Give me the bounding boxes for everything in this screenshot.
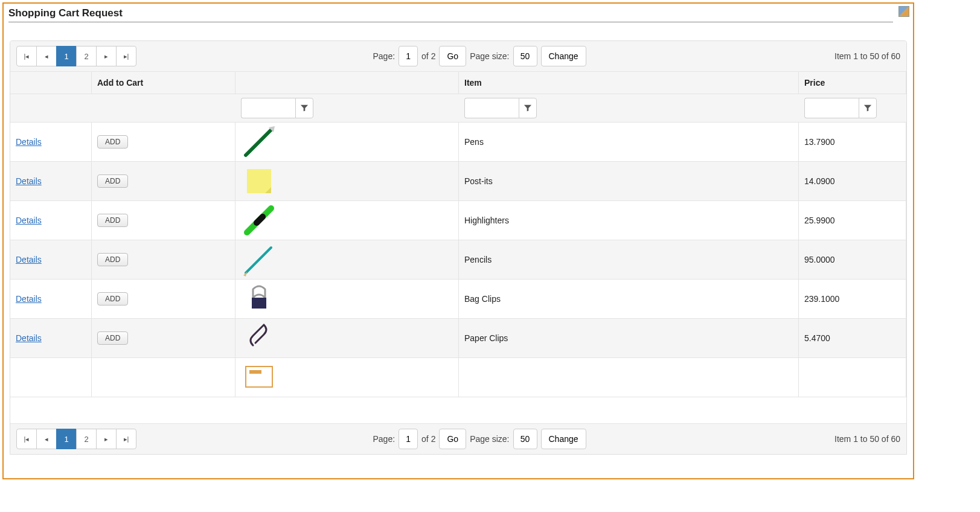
pager-prev-button[interactable]: ◂ xyxy=(36,46,57,66)
go-button[interactable]: Go xyxy=(439,46,466,66)
page-input[interactable] xyxy=(399,429,418,449)
of-label: of 2 xyxy=(421,51,435,61)
add-button[interactable]: ADD xyxy=(97,253,128,266)
filter-item-input[interactable] xyxy=(464,98,519,118)
pager-nav: |◂ ◂ 1 2 ▸ ▸| xyxy=(16,46,136,66)
add-button[interactable]: ADD xyxy=(97,292,128,306)
details-link[interactable]: Details xyxy=(16,294,42,304)
copy-icon[interactable] xyxy=(898,6,909,17)
pager-page-2-button[interactable]: 2 xyxy=(76,429,97,449)
add-button[interactable]: ADD xyxy=(97,135,128,149)
filter-price-input[interactable] xyxy=(804,98,859,118)
funnel-icon xyxy=(863,104,872,112)
product-image-postit-icon xyxy=(241,163,277,199)
filter-price-button[interactable] xyxy=(859,98,877,118)
filter-image-input[interactable] xyxy=(241,98,295,118)
svg-line-6 xyxy=(246,248,271,273)
column-headers: Add to Cart Item Price xyxy=(10,72,906,94)
product-image-highlighter-icon xyxy=(241,202,277,238)
add-button[interactable]: ADD xyxy=(97,174,128,188)
item-price: 25.9900 xyxy=(804,216,835,225)
table-row: DetailsADDPens13.7900 xyxy=(10,123,906,162)
item-price: 14.0900 xyxy=(804,176,835,186)
header-item[interactable]: Item xyxy=(459,72,799,94)
pager-first-button[interactable]: |◂ xyxy=(16,46,37,66)
title-divider xyxy=(8,22,893,22)
product-image-bagclip-icon xyxy=(241,281,277,317)
product-image-paperclip-icon xyxy=(241,320,277,356)
details-link[interactable]: Details xyxy=(16,176,42,186)
item-name: Highlighters xyxy=(464,216,509,225)
page-label: Page: xyxy=(373,51,395,61)
pager-next-button[interactable]: ▸ xyxy=(96,46,117,66)
of-label: of 2 xyxy=(421,434,435,444)
go-button[interactable]: Go xyxy=(439,429,466,449)
pager-page-1-button[interactable]: 1 xyxy=(56,46,77,66)
change-button[interactable]: Change xyxy=(541,429,586,449)
svg-line-0 xyxy=(246,130,271,155)
pager-last-button[interactable]: ▸| xyxy=(116,46,136,66)
svg-rect-2 xyxy=(247,169,271,193)
item-name: Post-its xyxy=(464,176,493,186)
pagesize-label: Page size: xyxy=(470,51,509,61)
header-price[interactable]: Price xyxy=(799,72,906,94)
pagesize-input[interactable] xyxy=(513,46,537,66)
range-text: Item 1 to 50 of 60 xyxy=(822,434,900,444)
table-row: DetailsADDBag Clips239.1000 xyxy=(10,280,906,319)
add-button[interactable]: ADD xyxy=(97,214,128,227)
product-image-pencil-icon xyxy=(241,242,277,278)
filter-image-button[interactable] xyxy=(295,98,313,118)
pager-page-2-button[interactable]: 2 xyxy=(76,46,97,66)
item-name: Paper Clips xyxy=(464,333,508,343)
filter-item-button[interactable] xyxy=(519,98,537,118)
change-button[interactable]: Change xyxy=(541,46,586,66)
pager-last-button[interactable]: ▸| xyxy=(116,429,136,449)
item-price: 95.0000 xyxy=(804,255,835,264)
page-input[interactable] xyxy=(399,46,418,66)
svg-line-5 xyxy=(257,217,263,223)
svg-rect-8 xyxy=(252,298,266,309)
pager-nav: |◂ ◂ 1 2 ▸ ▸| xyxy=(16,429,136,449)
product-image-pen-icon xyxy=(241,124,277,160)
pager-first-button[interactable]: |◂ xyxy=(16,429,37,449)
item-name: Pencils xyxy=(464,255,492,264)
details-link[interactable]: Details xyxy=(16,255,42,264)
funnel-icon xyxy=(524,104,532,112)
filter-row xyxy=(10,94,906,123)
page-label: Page: xyxy=(373,434,395,444)
funnel-icon xyxy=(300,104,309,112)
details-link[interactable]: Details xyxy=(16,216,42,225)
item-price: 5.4700 xyxy=(804,333,830,343)
app-frame: Shopping Cart Request |◂ ◂ 1 2 ▸ ▸| Page… xyxy=(2,2,914,479)
item-name: Bag Clips xyxy=(464,294,501,304)
product-image-icon xyxy=(241,359,277,395)
pager-bottom: |◂ ◂ 1 2 ▸ ▸| Page: of 2 Go Page size: C… xyxy=(10,423,906,454)
table-row: DetailsADDPost-its14.0900 xyxy=(10,162,906,201)
pager-mid: Page: of 2 Go Page size: Change xyxy=(373,46,586,66)
pagesize-input[interactable] xyxy=(513,429,537,449)
table-row: DetailsADDHighlighters25.9900 xyxy=(10,201,906,240)
grid-body[interactable]: DetailsADDPens13.7900DetailsADDPost-its1… xyxy=(10,123,906,423)
item-price: 239.1000 xyxy=(804,294,839,304)
pager-prev-button[interactable]: ◂ xyxy=(36,429,57,449)
details-link[interactable]: Details xyxy=(16,333,42,343)
svg-rect-9 xyxy=(246,366,272,387)
item-price: 13.7900 xyxy=(804,137,835,147)
pager-mid: Page: of 2 Go Page size: Change xyxy=(373,429,586,449)
header-details xyxy=(10,72,92,94)
grid: |◂ ◂ 1 2 ▸ ▸| Page: of 2 Go Page size: C… xyxy=(10,40,907,455)
pager-next-button[interactable]: ▸ xyxy=(96,429,117,449)
item-name: Pens xyxy=(464,137,484,147)
add-button[interactable]: ADD xyxy=(97,331,128,345)
details-link[interactable]: Details xyxy=(16,137,42,147)
svg-rect-10 xyxy=(249,370,261,374)
table-row: DetailsADDPaper Clips5.4700 xyxy=(10,319,906,358)
range-text: Item 1 to 50 of 60 xyxy=(822,51,900,61)
table-row xyxy=(10,358,906,397)
pager-page-1-button[interactable]: 1 xyxy=(56,429,77,449)
pager-top: |◂ ◂ 1 2 ▸ ▸| Page: of 2 Go Page size: C… xyxy=(10,41,906,72)
header-add-to-cart[interactable]: Add to Cart xyxy=(92,72,235,94)
header-image xyxy=(235,72,459,94)
page-title: Shopping Cart Request xyxy=(8,7,123,19)
titlebar: Shopping Cart Request xyxy=(4,4,913,25)
